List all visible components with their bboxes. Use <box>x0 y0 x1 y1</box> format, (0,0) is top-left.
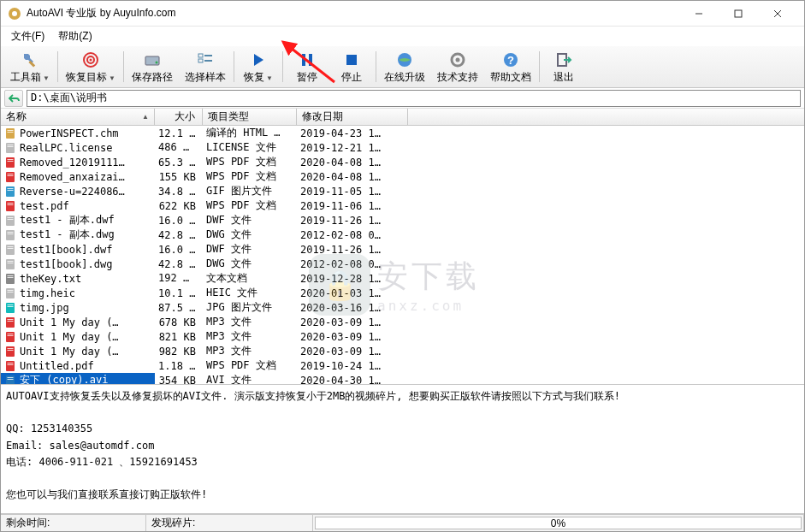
close-button[interactable] <box>758 1 797 27</box>
recover-button[interactable]: 恢复▼ <box>236 48 281 86</box>
column-name[interactable]: 名称▲ <box>1 109 155 125</box>
file-row[interactable]: timg.jpg87.5 KBJPG 图片文件2020-03-16 1… <box>1 300 804 315</box>
svg-rect-17 <box>309 54 312 66</box>
file-size: 42.8 KB <box>155 258 203 270</box>
svg-rect-32 <box>6 157 15 168</box>
svg-text:?: ? <box>507 54 514 67</box>
svg-rect-56 <box>6 274 15 284</box>
svg-rect-79 <box>8 379 14 380</box>
menu-help[interactable]: 帮助(Z) <box>51 27 98 45</box>
file-type: DWG 文件 <box>203 228 297 242</box>
file-type: WPS PDF 文档 <box>203 155 297 169</box>
svg-point-21 <box>455 57 459 62</box>
svg-rect-59 <box>6 288 15 299</box>
save-path-button[interactable]: 保存路径 <box>126 48 179 86</box>
file-type: DWG 文件 <box>203 257 297 271</box>
toolbar-separator <box>234 51 234 82</box>
pause-button[interactable]: 暂停 <box>285 48 329 86</box>
column-size[interactable]: 大小 <box>155 109 203 125</box>
file-size: 486 字节 <box>155 140 203 155</box>
svg-rect-58 <box>8 277 14 278</box>
menubar: 文件(F) 帮助(Z) <box>1 27 804 45</box>
file-type: MP3 文件 <box>203 315 297 329</box>
file-row[interactable]: test.pdf622 KBWPS PDF 文档2019-11-06 1… <box>1 198 804 213</box>
file-row[interactable]: Unit 1 My day (…678 KBMP3 文件2020-03-09 1… <box>1 315 804 329</box>
svg-rect-55 <box>8 263 14 263</box>
toolbar-separator <box>376 51 376 82</box>
file-date: 2019-12-21 1… <box>297 142 408 154</box>
file-row[interactable]: RealLPC.license486 字节LICENSE 文件2019-12-2… <box>1 140 804 155</box>
file-name: Removed_anxaizai… <box>20 171 125 183</box>
toolbox-button[interactable]: 工具箱▼ <box>4 48 56 86</box>
chevron-down-icon: ▼ <box>43 74 50 82</box>
file-size: 87.5 KB <box>155 302 203 314</box>
file-row[interactable]: Untitled.pdf1.18 MBWPS PDF 文档2019-10-24 … <box>1 358 804 373</box>
file-type: MP3 文件 <box>203 344 297 358</box>
svg-rect-72 <box>8 348 14 349</box>
file-icon <box>4 244 16 256</box>
svg-rect-69 <box>8 334 14 334</box>
status-remaining: 剩余时间: <box>1 515 146 531</box>
file-row[interactable]: PowerINSPECT.chm12.1 MB编译的 HTML …2019-04… <box>1 126 804 140</box>
file-row[interactable]: test1 - 副本.dwf16.0 KBDWF 文件2019-11-26 1… <box>1 213 804 228</box>
file-size: 16.0 KB <box>155 215 203 227</box>
file-row[interactable]: 安下 (copy).avi354 KBAVI 文件2020-04-30 1… <box>1 373 804 384</box>
file-row[interactable]: test1[book].dwf16.0 KBDWF 文件2019-11-26 1… <box>1 242 804 257</box>
file-icon <box>4 331 16 343</box>
file-date: 2020-04-30 1… <box>297 375 408 385</box>
file-row[interactable]: theKey.txt192 字节文本文档2019-12-28 1… <box>1 271 804 286</box>
file-date: 2019-11-06 1… <box>297 200 408 212</box>
file-date: 2020-04-08 1… <box>297 171 408 183</box>
file-icon <box>4 273 16 285</box>
file-icon <box>4 215 16 227</box>
file-row[interactable]: Removed_12019111…65.3 KBWPS PDF 文档2020-0… <box>1 155 804 169</box>
file-row[interactable]: timg.heic10.1 KBHEIC 文件2020-01-03 1… <box>1 286 804 300</box>
svg-rect-16 <box>302 54 305 66</box>
online-upgrade-button[interactable]: 在线升级 <box>378 48 431 86</box>
file-row[interactable]: Unit 1 My day (…982 KBMP3 文件2020-03-09 1… <box>1 344 804 358</box>
file-icon <box>4 316 16 328</box>
svg-rect-41 <box>6 201 15 211</box>
exit-label: 退出 <box>553 70 574 85</box>
file-icon <box>4 186 16 198</box>
svg-rect-12 <box>198 54 203 57</box>
undo-icon <box>8 93 20 103</box>
maximize-button[interactable] <box>719 1 758 27</box>
svg-rect-65 <box>6 317 15 328</box>
stop-button[interactable]: 停止 <box>329 48 374 86</box>
path-input[interactable] <box>27 90 801 107</box>
minimize-button[interactable] <box>679 1 719 27</box>
select-sample-button[interactable]: 选择样本 <box>179 48 232 86</box>
column-date[interactable]: 修改日期 <box>297 109 408 125</box>
titlebar: AutoAVI 专业版 by AuyuInfo.com <box>1 1 804 27</box>
menu-file[interactable]: 文件(F) <box>4 27 51 45</box>
recover-target-button[interactable]: 恢复目标▼ <box>60 48 121 86</box>
file-type: GIF 图片文件 <box>203 184 297 198</box>
svg-rect-46 <box>8 219 14 220</box>
tech-support-label: 技术支持 <box>437 70 478 85</box>
svg-rect-44 <box>6 216 15 226</box>
svg-rect-50 <box>6 245 15 255</box>
exit-button[interactable]: 退出 <box>542 48 586 86</box>
svg-rect-67 <box>8 321 14 322</box>
tech-support-button[interactable]: 技术支持 <box>431 48 484 86</box>
help-doc-button[interactable]: ? 帮助文档 <box>484 48 537 86</box>
file-name: test1 - 副本.dwg <box>20 228 115 242</box>
back-button[interactable] <box>4 90 23 107</box>
file-row[interactable]: test1 - 副本.dwg42.8 KBDWG 文件2012-02-08 0… <box>1 228 804 242</box>
svg-rect-27 <box>8 130 14 131</box>
online-upgrade-label: 在线升级 <box>384 70 425 85</box>
svg-rect-35 <box>6 172 15 182</box>
svg-rect-30 <box>8 145 14 145</box>
svg-rect-60 <box>8 290 14 291</box>
app-icon <box>8 7 21 21</box>
column-type[interactable]: 项目类型 <box>203 109 297 125</box>
file-row[interactable]: test1[book].dwg42.8 KBDWG 文件2012-02-08 0… <box>1 257 804 271</box>
file-row[interactable]: Removed_anxaizai…155 KBWPS PDF 文档2020-04… <box>1 169 804 184</box>
file-row[interactable]: Reverse-u=224086…34.8 KBGIF 图片文件2019-11-… <box>1 184 804 198</box>
file-icon <box>4 360 16 372</box>
stop-icon <box>343 51 360 68</box>
file-row[interactable]: Unit 1 My day (…821 KBMP3 文件2020-03-09 1… <box>1 329 804 344</box>
svg-rect-38 <box>6 186 15 197</box>
select-sample-label: 选择样本 <box>185 70 226 85</box>
